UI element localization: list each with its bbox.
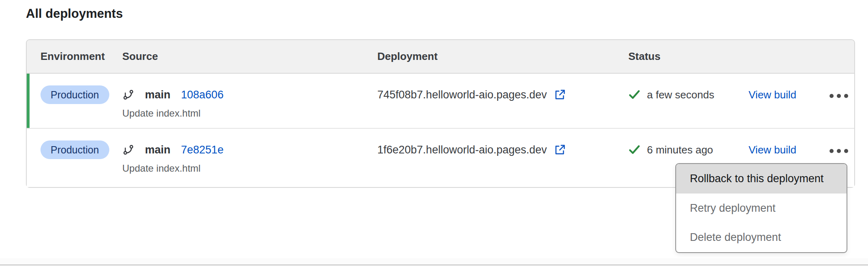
ellipsis-icon <box>830 149 848 153</box>
table-header-deployment: Deployment <box>377 40 438 73</box>
page-title: All deployments <box>26 6 123 21</box>
environment-badge: Production <box>40 85 109 104</box>
view-build-link[interactable]: View build <box>749 86 796 104</box>
view-build-link[interactable]: View build <box>749 141 796 159</box>
git-branch-icon <box>122 89 134 101</box>
external-link-icon[interactable] <box>553 89 566 101</box>
more-options-button[interactable] <box>826 146 851 156</box>
ellipsis-icon <box>830 94 848 98</box>
table-header-status: Status <box>628 40 660 73</box>
table-header-environment: Environment <box>40 40 105 73</box>
table-row: Production main 108a606 Update index.htm… <box>27 74 854 128</box>
status-time: a few seconds <box>647 89 714 101</box>
menu-item-retry[interactable]: Retry deployment <box>676 194 847 223</box>
table-header-source: Source <box>122 40 158 73</box>
commit-hash-link[interactable]: 7e8251e <box>181 144 223 156</box>
menu-item-rollback[interactable]: Rollback to this deployment <box>676 164 847 194</box>
commit-hash-link[interactable]: 108a606 <box>181 89 223 101</box>
success-check-icon <box>628 144 640 156</box>
deployment-url: 1f6e20b7.helloworld-aio.pages.dev <box>377 144 547 156</box>
menu-item-delete[interactable]: Delete deployment <box>676 223 847 252</box>
context-menu: Rollback to this deployment Retry deploy… <box>675 163 847 253</box>
more-options-button[interactable] <box>826 91 851 101</box>
table-header-row: Environment Source Deployment Status <box>27 40 854 74</box>
environment-badge: Production <box>40 140 109 159</box>
commit-message: Update index.html <box>122 108 200 119</box>
branch-name: main <box>145 144 170 156</box>
bottom-divider <box>0 264 868 266</box>
external-link-icon[interactable] <box>553 144 566 156</box>
status-time: 6 minutes ago <box>647 144 713 156</box>
success-check-icon <box>628 89 640 101</box>
deployment-url: 745f08b7.helloworld-aio.pages.dev <box>377 89 547 101</box>
branch-name: main <box>145 89 170 101</box>
git-branch-icon <box>122 144 134 156</box>
bottom-strip <box>0 258 868 264</box>
commit-message: Update index.html <box>122 163 200 174</box>
